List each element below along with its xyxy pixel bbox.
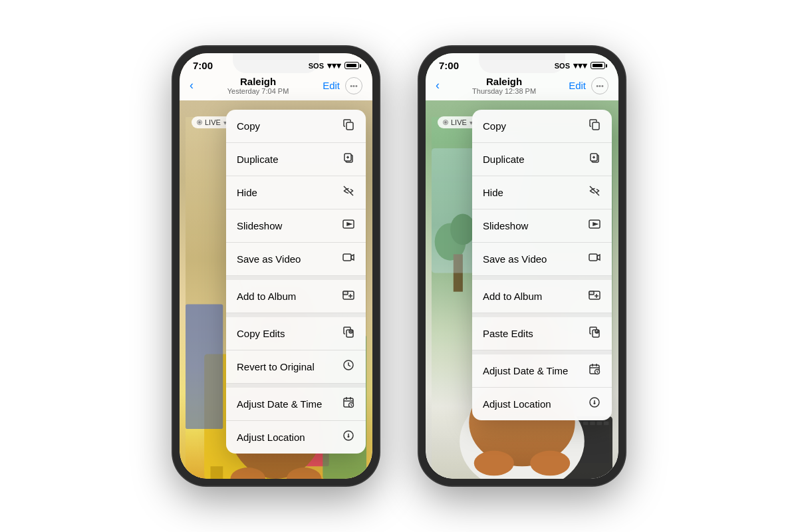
menu-slideshow-label-1: Slideshow <box>237 220 282 231</box>
menu-copy-label-1: Copy <box>237 120 260 132</box>
status-bar-2: 7:00 SOS ▾▾▾ <box>426 53 618 74</box>
svg-line-50 <box>351 405 352 406</box>
svg-point-116 <box>594 403 595 404</box>
svg-marker-34 <box>351 255 354 260</box>
menu-paste-edits-label-2: Paste Edits <box>483 328 533 339</box>
menu-save-video-label-2: Save as Video <box>483 253 547 265</box>
phone-2-screen: 7:00 SOS ▾▾▾ ‹ Raleigh Thursday 12:38 <box>426 53 618 479</box>
adjust-date-icon-1 <box>342 396 355 412</box>
adjust-location-icon-2 <box>588 396 601 412</box>
menu-hide-label-2: Hide <box>483 187 503 198</box>
svg-rect-26 <box>346 122 353 130</box>
hide-icon-2 <box>588 184 601 201</box>
edit-button-2[interactable]: Edit <box>569 80 586 91</box>
battery-1 <box>344 62 359 69</box>
menu-slideshow-1[interactable]: Slideshow <box>226 209 366 243</box>
edit-button-1[interactable]: Edit <box>323 80 340 91</box>
back-button-2[interactable]: ‹ <box>436 78 440 92</box>
live-dot-1 <box>197 120 202 125</box>
svg-point-89 <box>530 451 570 476</box>
menu-copy-2[interactable]: Copy <box>472 110 612 143</box>
save-video-icon-1 <box>342 251 355 267</box>
menu-save-video-label-1: Save as Video <box>237 253 301 265</box>
photo-date-2: Thursday 12:38 PM <box>472 87 536 95</box>
menu-adjust-date-2[interactable]: Adjust Date & Time <box>472 354 612 388</box>
menu-save-video-2[interactable]: Save as Video <box>472 243 612 276</box>
back-button-1[interactable]: ‹ <box>190 78 194 92</box>
time-2: 7:00 <box>439 60 459 71</box>
add-album-icon-2 <box>588 288 601 305</box>
menu-duplicate-2[interactable]: Duplicate <box>472 143 612 176</box>
menu-adjust-location-2[interactable]: Adjust Location <box>472 388 612 420</box>
menu-add-album-1[interactable]: Add to Album <box>226 280 366 313</box>
add-album-icon-1 <box>342 288 355 305</box>
more-button-1[interactable]: ••• <box>345 77 362 94</box>
svg-rect-33 <box>343 254 351 261</box>
status-bar-1: 7:00 SOS ▾▾▾ <box>180 53 372 74</box>
svg-rect-99 <box>589 254 597 261</box>
menu-adjust-date-1[interactable]: Adjust Date & Time <box>226 388 366 421</box>
copy-icon-1 <box>342 118 355 134</box>
copy-icon-2 <box>588 118 601 134</box>
wifi-icon-2: ▾▾▾ <box>573 61 587 70</box>
more-button-2[interactable]: ••• <box>591 77 608 94</box>
nav-actions-1: Edit ••• <box>323 77 362 94</box>
nav-center-2: Raleigh Thursday 12:38 PM <box>472 76 536 95</box>
menu-duplicate-1[interactable]: Duplicate <box>226 143 366 176</box>
copy-edits-icon-1 <box>342 325 355 342</box>
status-icons-2: SOS ▾▾▾ <box>555 61 605 70</box>
phone-2: 7:00 SOS ▾▾▾ ‹ Raleigh Thursday 12:38 <box>419 47 625 485</box>
menu-add-album-2[interactable]: Add to Album <box>472 280 612 313</box>
menu-copy-1[interactable]: Copy <box>226 110 366 143</box>
context-menu-2: Copy Duplicate <box>472 110 612 420</box>
duplicate-icon-2 <box>588 151 601 168</box>
context-menu-1: Copy Duplicate <box>226 110 366 454</box>
paste-edits-icon-2 <box>588 325 601 342</box>
time-1: 7:00 <box>193 60 213 71</box>
svg-marker-98 <box>593 223 597 225</box>
menu-adjust-location-label-2: Adjust Location <box>483 398 551 410</box>
svg-rect-24 <box>186 304 223 429</box>
menu-hide-label-1: Hide <box>237 187 257 198</box>
nav-bar-2: ‹ Raleigh Thursday 12:38 PM Edit ••• <box>426 74 618 100</box>
back-chevron-1: ‹ <box>190 78 194 92</box>
carrier-1: SOS <box>309 62 324 70</box>
slideshow-icon-2 <box>588 217 601 234</box>
adjust-location-icon-1 <box>342 429 355 446</box>
status-icons-1: SOS ▾▾▾ <box>309 61 359 70</box>
album-title-1: Raleigh <box>227 76 289 87</box>
nav-actions-2: Edit ••• <box>569 77 608 94</box>
nav-bar-1: ‹ Raleigh Yesterday 7:04 PM Edit ••• <box>180 74 372 100</box>
svg-line-113 <box>597 372 598 372</box>
menu-paste-edits-2[interactable]: Paste Edits <box>472 317 612 350</box>
menu-duplicate-label-2: Duplicate <box>483 154 525 165</box>
menu-duplicate-label-1: Duplicate <box>237 154 279 165</box>
ellipsis-icon-2: ••• <box>596 82 604 90</box>
menu-hide-1[interactable]: Hide <box>226 176 366 209</box>
svg-point-88 <box>474 451 514 476</box>
menu-hide-2[interactable]: Hide <box>472 176 612 209</box>
menu-adjust-location-1[interactable]: Adjust Location <box>226 421 366 454</box>
menu-adjust-date-label-1: Adjust Date & Time <box>237 398 322 410</box>
carrier-2: SOS <box>555 62 570 70</box>
svg-point-53 <box>348 436 349 438</box>
menu-copy-edits-1[interactable]: Copy Edits <box>226 317 366 350</box>
nav-center-1: Raleigh Yesterday 7:04 PM <box>227 76 289 95</box>
duplicate-icon-1 <box>342 151 355 168</box>
menu-revert-label-1: Revert to Original <box>237 361 315 372</box>
revert-icon-1 <box>342 358 355 375</box>
phone-1: 7:00 SOS ▾▾▾ ‹ Raleigh Yesterday 7:04 <box>173 47 379 485</box>
menu-revert-1[interactable]: Revert to Original <box>226 350 366 384</box>
wifi-icon-1: ▾▾▾ <box>327 61 341 70</box>
menu-adjust-date-label-2: Adjust Date & Time <box>483 365 568 376</box>
menu-slideshow-label-2: Slideshow <box>483 220 528 231</box>
hide-icon-1 <box>342 184 355 201</box>
menu-save-video-1[interactable]: Save as Video <box>226 243 366 276</box>
menu-slideshow-2[interactable]: Slideshow <box>472 209 612 243</box>
live-dot-2 <box>443 120 448 125</box>
svg-rect-102 <box>589 291 594 295</box>
photo-date-1: Yesterday 7:04 PM <box>227 87 289 95</box>
svg-marker-100 <box>597 255 600 260</box>
save-video-icon-2 <box>588 251 601 267</box>
menu-add-album-label-1: Add to Album <box>237 291 296 302</box>
